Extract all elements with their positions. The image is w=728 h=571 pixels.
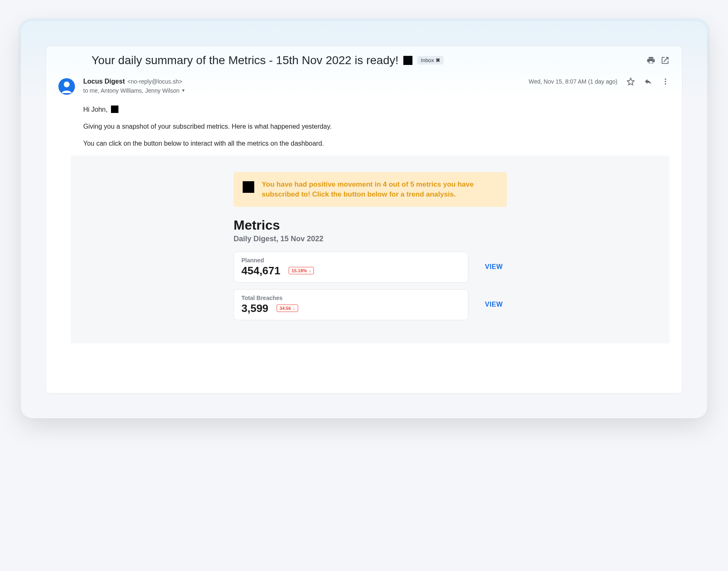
email-body: Hi John, Giving you a snapshot of your s…: [46, 95, 682, 149]
metrics-title: Metrics: [234, 218, 507, 233]
body-line-2: You can click on the button below to int…: [83, 139, 670, 148]
print-icon[interactable]: [646, 56, 656, 65]
sender-lines: Locus Digest <no-reply@locus.sh> Wed, No…: [83, 77, 670, 94]
bottom-spacer: [46, 343, 682, 393]
metric-delta-badge: 34.56 ↓: [277, 305, 298, 312]
email-card: Your daily summary of the Metrics - 15th…: [46, 46, 682, 393]
positive-movement-callout: You have had positive movement in 4 out …: [234, 172, 507, 207]
greeting-emoji-placeholder: [111, 106, 118, 113]
svg-point-2: [665, 78, 666, 79]
recipients-text: to me, Antony Williams, Jenny Wilson: [83, 87, 180, 94]
email-subject: Your daily summary of the Metrics - 15th…: [92, 53, 398, 67]
svg-point-4: [665, 83, 666, 84]
metric-delta: 15.18%: [292, 268, 307, 273]
metric-delta-badge: 15.18% ↓: [289, 267, 314, 274]
inbox-chip-remove-icon[interactable]: ✖: [436, 57, 440, 63]
arrow-down-icon: ↓: [309, 268, 311, 274]
reply-icon[interactable]: [644, 77, 652, 86]
email-timestamp: Wed, Nov 15, 8:07 AM (1 day ago): [528, 78, 617, 85]
metric-label: Total Breaches: [241, 295, 460, 301]
device-frame: Your daily summary of the Metrics - 15th…: [21, 21, 707, 418]
arrow-down-icon: ↓: [293, 305, 295, 311]
inbox-chip-label: Inbox: [421, 57, 434, 63]
body-line-1: Giving you a snapshot of your subscribed…: [83, 122, 670, 131]
greeting-text: Hi John,: [83, 105, 108, 114]
metric-row: Planned 454,671 15.18% ↓ VIEW: [234, 252, 507, 283]
metrics-panel: You have had positive movement in 4 out …: [71, 156, 670, 343]
star-icon[interactable]: [627, 77, 635, 86]
sender-avatar-icon: [58, 78, 75, 95]
subject-row: Your daily summary of the Metrics - 15th…: [46, 46, 682, 73]
view-button[interactable]: VIEW: [485, 263, 507, 271]
svg-point-1: [64, 82, 70, 87]
sender-right: Wed, Nov 15, 8:07 AM (1 day ago): [528, 77, 670, 86]
sender-block: Locus Digest <no-reply@locus.sh> Wed, No…: [46, 73, 682, 95]
greeting-line: Hi John,: [83, 105, 670, 114]
callout-icon: [243, 181, 254, 193]
recipients-line[interactable]: to me, Antony Williams, Jenny Wilson ▼: [83, 87, 670, 94]
metric-value-line: 3,599 34.56 ↓: [241, 302, 460, 315]
sender-address: <no-reply@locus.sh>: [127, 78, 182, 85]
open-new-window-icon[interactable]: [661, 56, 670, 65]
svg-point-3: [665, 81, 666, 82]
view-button[interactable]: VIEW: [485, 301, 507, 308]
inbox-chip[interactable]: Inbox ✖: [417, 56, 444, 65]
metric-card-planned: Planned 454,671 15.18% ↓: [234, 252, 468, 283]
metric-label: Planned: [241, 257, 460, 264]
sender-top: Locus Digest <no-reply@locus.sh> Wed, No…: [83, 77, 670, 86]
callout-text: You have had positive movement in 4 out …: [262, 180, 498, 199]
metric-value: 3,599: [241, 302, 268, 315]
metrics-subtitle: Daily Digest, 15 Nov 2022: [234, 235, 507, 243]
metric-row: Total Breaches 3,599 34.56 ↓ VIEW: [234, 289, 507, 320]
recipients-expand-icon[interactable]: ▼: [181, 88, 186, 93]
subject-emoji-placeholder: [403, 56, 412, 65]
sender-name: Locus Digest: [83, 78, 125, 85]
metric-value: 454,671: [241, 264, 280, 277]
metric-card-total-breaches: Total Breaches 3,599 34.56 ↓: [234, 289, 468, 320]
metric-value-line: 454,671 15.18% ↓: [241, 264, 460, 277]
metric-delta: 34.56: [280, 306, 291, 311]
more-icon[interactable]: [661, 77, 670, 86]
metrics-inner: You have had positive movement in 4 out …: [234, 172, 507, 343]
